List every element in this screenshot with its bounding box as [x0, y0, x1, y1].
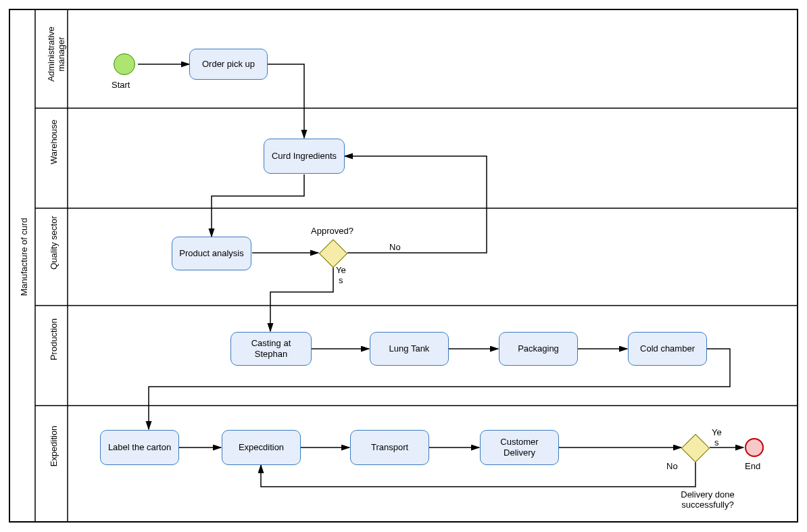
lane-production-title: Production — [49, 299, 59, 380]
task-curd-ingredients[interactable]: Curd Ingredients — [264, 139, 345, 174]
task-customer-delivery[interactable]: Customer Delivery — [480, 430, 559, 465]
gateway-approved-yes: Ye s — [336, 265, 346, 285]
task-order-pickup[interactable]: Order pick up — [189, 49, 268, 80]
task-lung-tank[interactable]: Lung Tank — [370, 332, 449, 366]
lane-admin-title: Administrative manager — [46, 9, 66, 99]
task-cold-chamber[interactable]: Cold chamber — [628, 332, 707, 366]
task-product-analysis[interactable]: Product analysis — [172, 237, 251, 270]
lane-quality-title: Quality sector — [49, 199, 59, 287]
diagram-canvas: Manufacture of curd Administrative manag… — [0, 0, 807, 532]
task-packaging[interactable]: Packaging — [499, 332, 578, 366]
gateway-approved-no: No — [389, 242, 401, 252]
task-casting[interactable]: Casting at Stephan — [230, 332, 312, 366]
gateway-approved-label: Approved? — [311, 226, 353, 236]
lane-warehouse-title: Warehouse — [49, 101, 59, 183]
pool-title: Manufacture of curd — [19, 196, 29, 318]
end-label: End — [745, 461, 760, 471]
start-label: Start — [112, 80, 130, 90]
task-label-carton[interactable]: Label the carton — [100, 430, 179, 465]
task-expedition[interactable]: Expecdition — [222, 430, 301, 465]
gateway-delivery-no: No — [666, 461, 678, 471]
gateway-delivery-label: Delivery done successfully? — [667, 489, 748, 510]
task-transport[interactable]: Transport — [350, 430, 429, 465]
end-event[interactable] — [745, 438, 764, 457]
lane-expedition-title: Expedition — [49, 406, 59, 487]
start-event[interactable] — [114, 53, 135, 75]
gateway-delivery-yes: Ye s — [712, 427, 722, 448]
